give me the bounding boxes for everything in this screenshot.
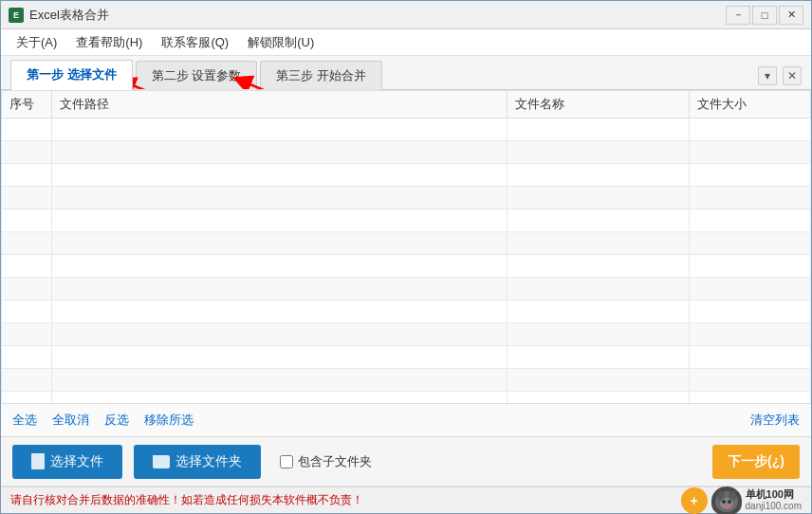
title-buttons: － □ ✕ bbox=[726, 6, 803, 25]
table-row bbox=[2, 301, 811, 323]
col-header-size: 文件大小 bbox=[690, 91, 811, 119]
include-subfolders-checkbox[interactable] bbox=[280, 455, 293, 468]
select-folder-button[interactable]: 选择文件夹 bbox=[134, 445, 261, 479]
table-row bbox=[2, 141, 811, 164]
action-bar: 全选 全取消 反选 移除所选 清空列表 bbox=[1, 403, 811, 437]
next-step-label: 下一步(¿) bbox=[728, 453, 784, 470]
deselect-all-link[interactable]: 全取消 bbox=[52, 412, 89, 429]
select-file-label: 选择文件 bbox=[50, 453, 103, 470]
folder-icon bbox=[153, 455, 170, 468]
next-step-button[interactable]: 下一步(¿) bbox=[712, 445, 800, 479]
svg-point-10 bbox=[724, 505, 729, 508]
table-row bbox=[2, 119, 811, 141]
clear-list-button[interactable]: 清空列表 bbox=[750, 412, 800, 429]
tab-step1[interactable]: 第一步 选择文件 bbox=[10, 60, 133, 90]
col-header-path: 文件路径 bbox=[52, 91, 508, 119]
file-icon bbox=[31, 453, 45, 469]
logo-area: + 单机100网 danji100.com bbox=[681, 486, 802, 515]
table-row bbox=[2, 210, 811, 232]
title-bar: E Excel表格合并 － □ ✕ bbox=[1, 1, 811, 29]
table-row bbox=[2, 346, 811, 369]
action-links: 全选 全取消 反选 移除所选 bbox=[12, 412, 194, 429]
tab-step2[interactable]: 第二步 设置参数 bbox=[136, 61, 258, 90]
svg-point-9 bbox=[728, 500, 731, 504]
status-warning: 请自行核对合并后数据的准确性！如若造成任何损失本软件概不负责！ bbox=[10, 492, 363, 508]
main-window: E Excel表格合并 － □ ✕ 关于(A) 查看帮助(H) 联系客服(Q) … bbox=[0, 0, 812, 514]
select-file-button[interactable]: 选择文件 bbox=[12, 445, 122, 479]
file-table-container: 序号 文件路径 文件名称 文件大小 bbox=[1, 90, 811, 403]
tab-step3[interactable]: 第三步 开始合并 bbox=[260, 61, 382, 90]
file-table: 序号 文件路径 文件名称 文件大小 bbox=[1, 90, 811, 403]
tab-pin-icon[interactable]: ▾ bbox=[758, 66, 777, 85]
table-row bbox=[2, 164, 811, 187]
col-header-name: 文件名称 bbox=[508, 91, 690, 119]
maximize-button[interactable]: □ bbox=[752, 6, 777, 25]
menu-about[interactable]: 关于(A) bbox=[9, 32, 65, 53]
menu-unlock[interactable]: 解锁限制(U) bbox=[240, 32, 322, 53]
logo-text: 单机100网 danji100.com bbox=[746, 488, 802, 512]
include-subfolders-area: 包含子文件夹 bbox=[280, 453, 372, 470]
dog-svg bbox=[713, 488, 740, 513]
table-row bbox=[2, 278, 811, 301]
select-all-link[interactable]: 全选 bbox=[12, 412, 37, 429]
include-subfolders-label: 包含子文件夹 bbox=[298, 453, 372, 470]
tab-close-icon[interactable]: ✕ bbox=[783, 66, 802, 85]
tab-controls: ▾ ✕ bbox=[758, 66, 802, 85]
invert-link[interactable]: 反选 bbox=[104, 412, 129, 429]
app-icon: E bbox=[9, 8, 24, 23]
svg-point-8 bbox=[722, 500, 726, 504]
logo-circle: + bbox=[681, 487, 708, 514]
logo-site-name: 单机100网 bbox=[746, 488, 802, 501]
close-button[interactable]: ✕ bbox=[779, 6, 803, 25]
table-row bbox=[2, 255, 811, 278]
table-row bbox=[2, 369, 811, 392]
table-row bbox=[2, 232, 811, 255]
select-folder-label: 选择文件夹 bbox=[175, 453, 242, 470]
logo-url: danji100.com bbox=[746, 501, 802, 512]
tab-bar: 第一步 选择文件 第二步 设置参数 第三步 开始合并 ▾ ✕ bbox=[1, 56, 811, 90]
minimize-button[interactable]: － bbox=[726, 6, 750, 25]
menu-help[interactable]: 查看帮助(H) bbox=[68, 32, 150, 53]
window-title: Excel表格合并 bbox=[29, 7, 109, 24]
button-bar: 选择文件 选择文件夹 包含子文件夹 下一步(¿) bbox=[1, 437, 811, 486]
menu-bar: 关于(A) 查看帮助(H) 联系客服(Q) 解锁限制(U) bbox=[1, 29, 811, 56]
status-bar: 请自行核对合并后数据的准确性！如若造成任何损失本软件概不负责！ + 单机100网… bbox=[1, 486, 811, 513]
col-header-seq: 序号 bbox=[2, 91, 52, 119]
table-row bbox=[2, 187, 811, 210]
logo-dog-icon bbox=[711, 486, 742, 515]
remove-selected-link[interactable]: 移除所选 bbox=[144, 412, 194, 429]
table-row bbox=[2, 323, 811, 346]
menu-contact[interactable]: 联系客服(Q) bbox=[154, 32, 236, 53]
title-bar-left: E Excel表格合并 bbox=[9, 7, 109, 24]
table-row bbox=[2, 392, 811, 404]
